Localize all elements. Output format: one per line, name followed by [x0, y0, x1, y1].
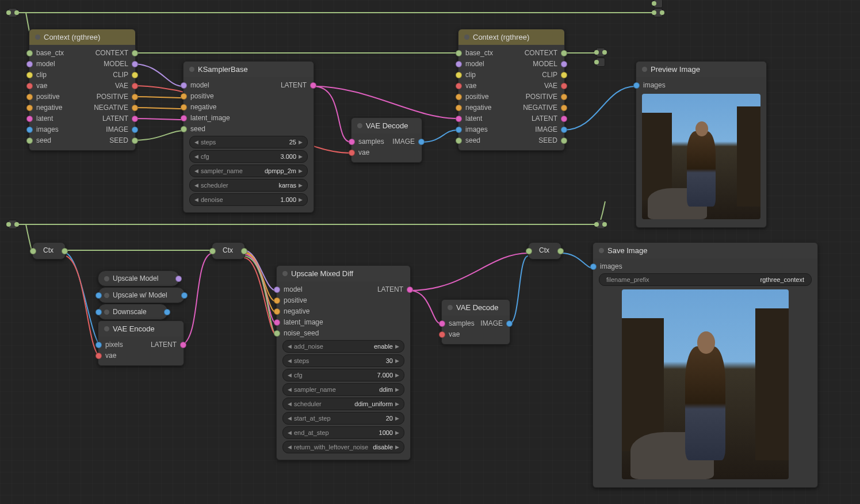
- widget-start_at_step[interactable]: ◀start_at_step20▶: [282, 412, 404, 425]
- chevron-right-icon[interactable]: ▶: [395, 387, 399, 392]
- chevron-left-icon[interactable]: ◀: [288, 401, 292, 407]
- collapse-dot[interactable]: [448, 305, 453, 310]
- widget-cfg[interactable]: ◀cfg7.000▶: [282, 369, 404, 381]
- chevron-right-icon[interactable]: ▶: [299, 139, 303, 145]
- ksampler-node[interactable]: KSamplerBase modelLATENT positive negati…: [183, 61, 314, 213]
- collapse-dot[interactable]: [104, 326, 109, 331]
- chevron-right-icon[interactable]: ▶: [395, 444, 399, 450]
- widget-return_with_leftover_noise[interactable]: ◀return_with_leftover_noisedisable▶: [282, 441, 404, 453]
- port-label: LATENT: [82, 114, 128, 123]
- context-node-1[interactable]: Context (rgthree) base_ctxCONTEXT modelM…: [29, 29, 136, 151]
- chevron-right-icon[interactable]: ▶: [395, 372, 399, 378]
- widget-end_at_step[interactable]: ◀end_at_step1000▶: [282, 426, 404, 439]
- widget-sampler_name[interactable]: ◀sampler_namedpmpp_2m▶: [189, 165, 308, 177]
- chevron-right-icon[interactable]: ▶: [395, 401, 399, 407]
- node-title[interactable]: VAE Decode: [442, 300, 510, 315]
- chevron-right-icon[interactable]: ▶: [395, 415, 399, 421]
- widget-steps[interactable]: ◀steps30▶: [282, 354, 404, 367]
- chevron-left-icon[interactable]: ◀: [288, 444, 292, 450]
- collapse-dot[interactable]: [357, 123, 362, 128]
- collapse-dot[interactable]: [104, 276, 109, 281]
- chevron-left-icon[interactable]: ◀: [288, 430, 292, 436]
- widget-steps[interactable]: ◀steps25▶: [189, 136, 308, 148]
- chevron-left-icon[interactable]: ◀: [194, 139, 198, 145]
- widget-label: steps: [292, 357, 384, 364]
- chevron-right-icon[interactable]: ▶: [299, 197, 303, 203]
- node-title[interactable]: Context (rgthree): [458, 29, 564, 45]
- chevron-left-icon[interactable]: ◀: [194, 182, 198, 188]
- node-title[interactable]: Upscale Mixed Diff: [277, 266, 410, 281]
- reroute-node[interactable]: [596, 220, 605, 229]
- widget-filename-prefix[interactable]: filename_prefixrgthree_context: [599, 273, 812, 286]
- ctx-collapsed-node[interactable]: Ctx: [212, 242, 245, 259]
- widget-denoise[interactable]: ◀denoise1.000▶: [189, 193, 308, 206]
- save-image-node[interactable]: Save Image images filename_prefixrgthree…: [593, 242, 818, 488]
- upscale-w-model-node[interactable]: Upscale w/ Model: [98, 287, 185, 303]
- chevron-left-icon[interactable]: ◀: [288, 343, 292, 349]
- collapse-dot[interactable]: [35, 35, 40, 40]
- context-node-2[interactable]: Context (rgthree) base_ctxCONTEXT modelM…: [458, 29, 565, 151]
- downscale-node[interactable]: Downscale: [98, 304, 168, 320]
- preview-image-node[interactable]: Preview Image images: [636, 61, 767, 228]
- node-title[interactable]: Context (rgthree): [29, 29, 135, 45]
- title-text: Upscale Model: [113, 274, 158, 282]
- port-label: model: [190, 81, 249, 89]
- ctx-collapsed-node[interactable]: Ctx: [528, 242, 561, 259]
- widget-cfg[interactable]: ◀cfg3.000▶: [189, 150, 308, 163]
- node-title[interactable]: VAE Encode: [98, 321, 184, 337]
- reroute-node[interactable]: [653, 0, 663, 8]
- port-label: VAE: [511, 82, 557, 90]
- chevron-right-icon[interactable]: ▶: [395, 343, 399, 349]
- chevron-right-icon[interactable]: ▶: [395, 430, 399, 436]
- port-label: MODEL: [82, 60, 128, 68]
- collapse-dot[interactable]: [189, 67, 194, 72]
- widget-add_noise[interactable]: ◀add_noiseenable▶: [282, 340, 404, 353]
- node-title[interactable]: VAE Decode: [351, 118, 422, 133]
- collapse-dot[interactable]: [282, 271, 288, 276]
- collapse-dot[interactable]: [104, 293, 109, 298]
- reroute-node[interactable]: [8, 8, 17, 17]
- title-text: Context (rgthree): [44, 33, 100, 41]
- node-title[interactable]: KSamplerBase: [184, 62, 314, 77]
- widget-sampler_name[interactable]: ◀sampler_nameddim▶: [282, 383, 404, 396]
- vae-decode-node-1[interactable]: VAE Decode samplesIMAGE vae: [351, 117, 422, 163]
- port-label: model: [465, 60, 511, 68]
- chevron-right-icon[interactable]: ▶: [299, 154, 303, 159]
- widget-label: denoise: [198, 196, 278, 203]
- widget-value: 1.000: [278, 196, 299, 203]
- ctx-collapsed-node[interactable]: Ctx: [32, 242, 66, 259]
- chevron-right-icon[interactable]: ▶: [395, 358, 399, 364]
- chevron-left-icon[interactable]: ◀: [194, 154, 198, 159]
- port-label: images: [600, 262, 811, 270]
- node-title[interactable]: Preview Image: [636, 62, 766, 77]
- chevron-right-icon[interactable]: ▶: [299, 168, 303, 174]
- chevron-left-icon[interactable]: ◀: [194, 168, 198, 174]
- collapse-dot[interactable]: [599, 248, 604, 253]
- port-label: seed: [36, 136, 82, 144]
- chevron-left-icon[interactable]: ◀: [288, 415, 292, 421]
- chevron-left-icon[interactable]: ◀: [288, 387, 292, 392]
- vae-decode-node-2[interactable]: VAE Decode samplesIMAGE vae: [441, 299, 510, 345]
- collapse-dot[interactable]: [464, 35, 469, 40]
- node-title[interactable]: Save Image: [593, 243, 817, 258]
- widget-label: steps: [198, 139, 287, 146]
- reroute-node[interactable]: [653, 8, 663, 17]
- widget-scheduler[interactable]: ◀schedulerddim_uniform▶: [282, 398, 404, 410]
- port-label: positive: [190, 92, 307, 100]
- vae-encode-node[interactable]: VAE Encode pixelsLATENT vae: [98, 320, 184, 366]
- save-image-preview: [622, 289, 789, 479]
- port-label: vae: [105, 352, 177, 360]
- upscale-model-node[interactable]: Upscale Model: [98, 270, 179, 287]
- widget-scheduler[interactable]: ◀schedulerkarras▶: [189, 179, 308, 192]
- reroute-node[interactable]: [8, 220, 17, 229]
- reroute-node[interactable]: [596, 58, 605, 67]
- node-canvas[interactable]: Context (rgthree) base_ctxCONTEXT modelM…: [0, 0, 860, 504]
- collapse-dot[interactable]: [642, 67, 647, 72]
- chevron-right-icon[interactable]: ▶: [299, 182, 303, 188]
- chevron-left-icon[interactable]: ◀: [288, 372, 292, 378]
- chevron-left-icon[interactable]: ◀: [288, 358, 292, 364]
- collapse-dot[interactable]: [104, 310, 109, 315]
- reroute-node[interactable]: [596, 48, 605, 57]
- upscale-mixed-diff-node[interactable]: Upscale Mixed Diff modelLATENT positive …: [276, 265, 411, 460]
- chevron-left-icon[interactable]: ◀: [194, 197, 198, 203]
